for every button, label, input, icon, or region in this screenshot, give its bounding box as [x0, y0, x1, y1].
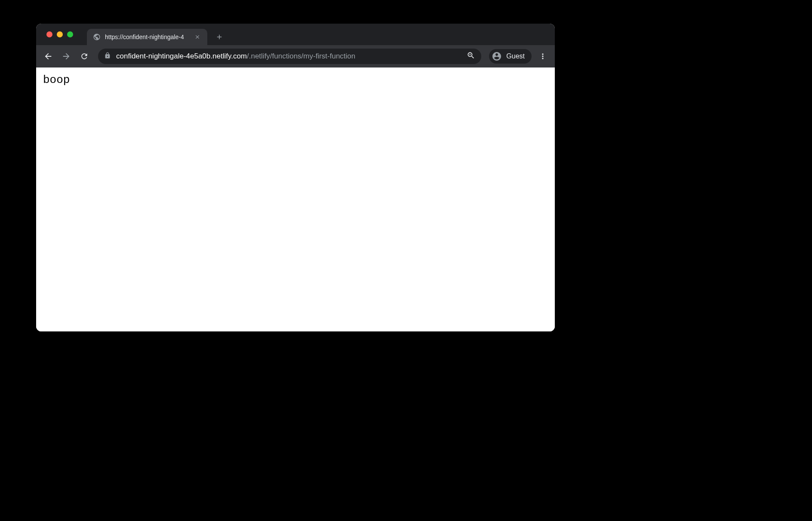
- new-tab-button[interactable]: [212, 30, 226, 44]
- browser-window: https://confident-nightingale-4: [36, 24, 555, 331]
- tab-bar: https://confident-nightingale-4: [36, 24, 555, 45]
- url-host: confident-nightingale-4e5a0b.netlify.com: [116, 52, 247, 60]
- close-window-button[interactable]: [46, 31, 52, 37]
- tab-title: https://confident-nightingale-4: [105, 34, 189, 40]
- address-bar[interactable]: confident-nightingale-4e5a0b.netlify.com…: [98, 49, 481, 64]
- lock-icon: [104, 52, 111, 61]
- window-controls: [41, 24, 78, 45]
- globe-icon: [93, 33, 101, 41]
- body-text: boop: [43, 74, 548, 86]
- url-text: confident-nightingale-4e5a0b.netlify.com…: [116, 52, 461, 61]
- minimize-window-button[interactable]: [57, 31, 63, 37]
- menu-button[interactable]: [535, 49, 551, 64]
- forward-button[interactable]: [58, 49, 74, 64]
- back-button[interactable]: [40, 49, 56, 64]
- toolbar: confident-nightingale-4e5a0b.netlify.com…: [36, 45, 555, 67]
- browser-tab[interactable]: https://confident-nightingale-4: [87, 29, 207, 45]
- reload-button[interactable]: [77, 49, 92, 64]
- page-content: boop: [36, 67, 555, 331]
- profile-label: Guest: [506, 52, 525, 60]
- zoom-icon[interactable]: [467, 51, 475, 61]
- maximize-window-button[interactable]: [67, 31, 73, 37]
- url-path: /.netlify/functions/my-first-function: [247, 52, 355, 60]
- close-tab-button[interactable]: [194, 33, 201, 41]
- person-icon: [492, 51, 502, 61]
- profile-button[interactable]: Guest: [489, 49, 532, 64]
